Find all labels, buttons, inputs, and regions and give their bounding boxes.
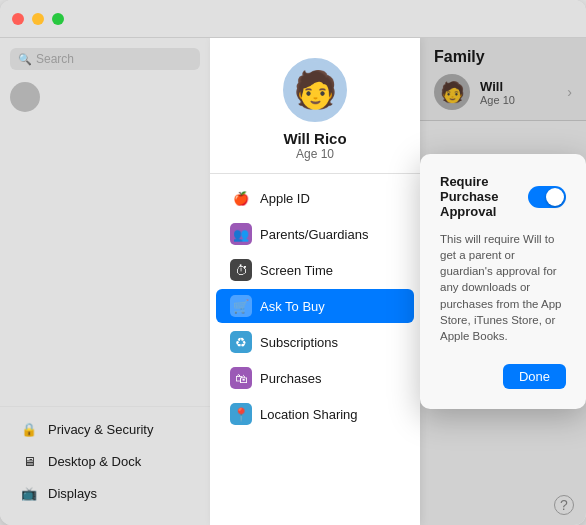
menu-item-location-sharing[interactable]: 📍 Location Sharing	[216, 397, 414, 431]
profile-age: Age 10	[296, 147, 334, 161]
parents-guardians-label: Parents/Guardians	[260, 227, 368, 242]
modal-header-row: Require Purchase Approval	[440, 174, 566, 219]
displays-icon: 📺	[18, 482, 40, 504]
sidebar-item-desktop-dock[interactable]: 🖥 Desktop & Dock	[6, 445, 204, 477]
profile-panel: 🧑 Will Rico Age 10 🍎 Apple ID 👥 Par	[210, 38, 420, 525]
minimize-button[interactable]	[32, 13, 44, 25]
ask-to-buy-icon: 🛒	[230, 295, 252, 317]
subscriptions-icon: ♻	[230, 331, 252, 353]
screen-time-icon: ⏱	[230, 259, 252, 281]
menu-item-subscriptions[interactable]: ♻ Subscriptions	[216, 325, 414, 359]
modal-description: This will require Will to get a parent o…	[440, 231, 566, 344]
main-window: 🔍 Search 🔒 Privacy & Security 🖥 Desktop …	[0, 0, 586, 525]
menu-item-screen-time[interactable]: ⏱ Screen Time	[216, 253, 414, 287]
bottom-sidebar-items: 🔒 Privacy & Security 🖥 Desktop & Dock 📺 …	[0, 406, 210, 515]
modal-title: Require Purchase Approval	[440, 174, 518, 219]
menu-item-ask-to-buy[interactable]: 🛒 Ask To Buy	[216, 289, 414, 323]
privacy-security-icon: 🔒	[18, 418, 40, 440]
close-button[interactable]	[12, 13, 24, 25]
modal-dialog: Require Purchase Approval This will requ…	[420, 154, 586, 409]
done-button[interactable]: Done	[503, 364, 566, 389]
main-area: 🧑 Will Rico Age 10 🍎 Apple ID 👥 Par	[210, 38, 586, 525]
profile-menu: 🍎 Apple ID 👥 Parents/Guardians ⏱ Screen …	[210, 174, 420, 525]
menu-item-parents-guardians[interactable]: 👥 Parents/Guardians	[216, 217, 414, 251]
menu-item-apple-id[interactable]: 🍎 Apple ID	[216, 181, 414, 215]
desktop-dock-label: Desktop & Dock	[48, 454, 141, 469]
modal-footer: Done	[440, 364, 566, 389]
apple-id-label: Apple ID	[260, 191, 310, 206]
search-icon: 🔍	[18, 53, 32, 66]
sidebar-item-displays[interactable]: 📺 Displays	[6, 477, 204, 509]
privacy-security-label: Privacy & Security	[48, 422, 153, 437]
require-purchase-toggle[interactable]	[528, 186, 566, 208]
apple-id-icon: 🍎	[230, 187, 252, 209]
modal-overlay: Require Purchase Approval This will requ…	[420, 38, 586, 525]
location-sharing-icon: 📍	[230, 403, 252, 425]
ask-to-buy-label: Ask To Buy	[260, 299, 325, 314]
parents-guardians-icon: 👥	[230, 223, 252, 245]
toggle-knob	[546, 188, 564, 206]
sidebar-avatar	[10, 82, 40, 112]
search-bar[interactable]: 🔍 Search	[10, 48, 200, 70]
screen-time-label: Screen Time	[260, 263, 333, 278]
title-bar	[0, 0, 586, 38]
sidebar: 🔍 Search 🔒 Privacy & Security 🖥 Desktop …	[0, 38, 210, 525]
menu-item-purchases[interactable]: 🛍 Purchases	[216, 361, 414, 395]
profile-name: Will Rico	[283, 130, 346, 147]
desktop-dock-icon: 🖥	[18, 450, 40, 472]
subscriptions-label: Subscriptions	[260, 335, 338, 350]
avatar-emoji: 🧑	[293, 72, 338, 108]
profile-avatar: 🧑	[283, 58, 347, 122]
search-input[interactable]: Search	[36, 52, 192, 66]
traffic-lights	[12, 13, 64, 25]
profile-header: 🧑 Will Rico Age 10	[210, 38, 420, 174]
window-content: 🔍 Search 🔒 Privacy & Security 🖥 Desktop …	[0, 38, 586, 525]
location-sharing-label: Location Sharing	[260, 407, 358, 422]
purchases-label: Purchases	[260, 371, 321, 386]
maximize-button[interactable]	[52, 13, 64, 25]
purchases-icon: 🛍	[230, 367, 252, 389]
displays-label: Displays	[48, 486, 97, 501]
sidebar-item-privacy-security[interactable]: 🔒 Privacy & Security	[6, 413, 204, 445]
